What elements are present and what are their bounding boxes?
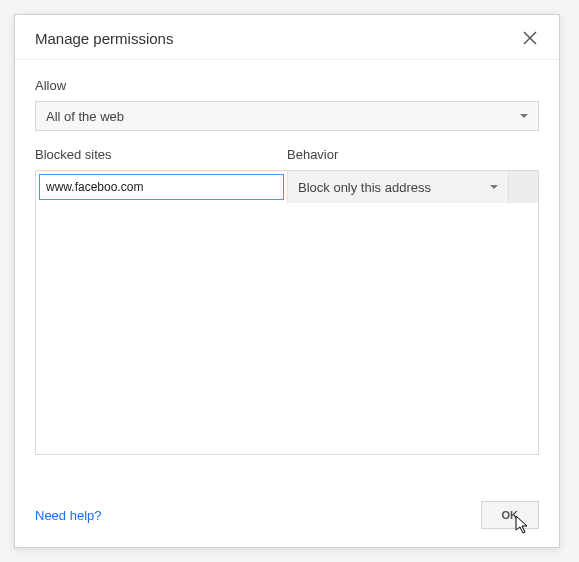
url-cell [36, 171, 287, 203]
url-input[interactable] [39, 174, 284, 200]
chevron-down-icon [520, 114, 528, 118]
behavior-select-value: Block only this address [298, 180, 431, 195]
behavior-select[interactable]: Block only this address [287, 171, 508, 203]
dialog-title: Manage permissions [35, 30, 173, 47]
permissions-dialog: Manage permissions Allow All of the web … [14, 14, 560, 548]
site-row: Block only this address [36, 171, 538, 203]
dialog-body: Allow All of the web Blocked sites Behav… [15, 60, 559, 465]
ok-button[interactable]: OK [481, 501, 540, 529]
blocked-sites-label: Blocked sites [35, 147, 287, 162]
behavior-label: Behavior [287, 147, 539, 162]
close-icon [523, 31, 537, 45]
dialog-footer: Need help? OK [15, 487, 559, 547]
allow-select-value: All of the web [46, 109, 124, 124]
allow-label: Allow [35, 78, 539, 93]
allow-select[interactable]: All of the web [35, 101, 539, 131]
close-button[interactable] [521, 29, 539, 47]
help-link[interactable]: Need help? [35, 508, 102, 523]
row-action-cell[interactable] [508, 171, 538, 203]
columns-header: Blocked sites Behavior [35, 147, 539, 162]
sites-list: Block only this address [35, 170, 539, 455]
dialog-header: Manage permissions [15, 15, 559, 60]
chevron-down-icon [490, 185, 498, 189]
